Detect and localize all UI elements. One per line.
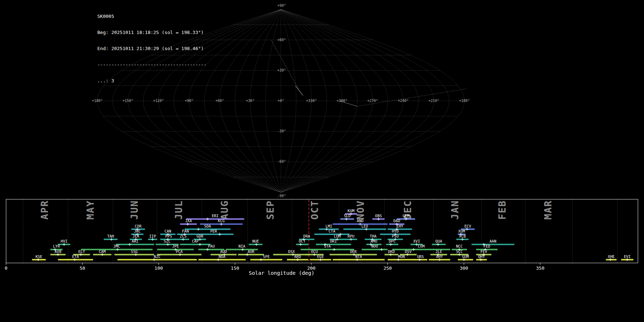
shower-label: QUA: [435, 239, 443, 243]
shower-label: PER: [210, 229, 218, 233]
longitude-label: +120°: [153, 99, 164, 103]
shower-label: LEO: [361, 224, 368, 228]
shower-label: ARI: [132, 239, 138, 243]
month-label: SEP: [265, 200, 276, 220]
shower-label: AUR: [248, 249, 255, 254]
shower-label: OER: [350, 249, 357, 254]
shower-label: CTA: [328, 229, 336, 233]
shower-label: KSE: [35, 254, 42, 259]
shower-peak-marker: [458, 253, 461, 256]
shower-label: COM: [418, 244, 425, 248]
shower-label: DKD: [388, 249, 395, 254]
shower-label: XVI: [413, 239, 420, 243]
shower-bar: [117, 259, 197, 260]
shower-label: NZC: [154, 254, 161, 259]
shower-label: LYR: [53, 244, 60, 248]
shower-peak-marker: [412, 248, 415, 251]
app-window: SK0005 Beg: 20251011 18:18:25 (sol = 198…: [0, 0, 644, 322]
shower-label: SLD: [344, 214, 351, 218]
shower-label: AHY: [436, 254, 443, 259]
shower-label: ERI: [212, 214, 219, 218]
shower-peak-marker: [626, 258, 629, 261]
shower-peak-marker: [179, 253, 181, 256]
shower-label: EVI: [624, 254, 631, 259]
shower-peak-marker: [199, 238, 201, 241]
shower-peak-marker: [218, 233, 221, 236]
longitude-label: +150°: [122, 99, 133, 103]
shower-label: PCA: [176, 249, 183, 254]
shower-bar: [333, 259, 385, 260]
shower-label: DAD: [394, 219, 400, 223]
shower-label: OBS: [375, 214, 382, 218]
shower-peak-marker: [389, 243, 392, 246]
shower-label: FED: [483, 244, 490, 248]
shower-label: COR: [135, 224, 142, 228]
axis-tick-label: 100: [155, 265, 163, 271]
shower-label: LUM: [334, 234, 341, 238]
shower-label: XHE: [608, 254, 615, 259]
shower-peak-marker: [79, 253, 82, 256]
shower-peak-marker: [299, 243, 302, 246]
shower-peak-marker: [436, 243, 439, 246]
month-label: MAR: [542, 200, 553, 220]
month-label: MAY: [85, 200, 96, 220]
meteor-track: [271, 40, 299, 90]
shower-bar: [387, 229, 412, 230]
shower-label: EGE: [317, 254, 324, 259]
shower-label: NDA: [219, 254, 226, 259]
longitude-label: +60°: [215, 99, 224, 103]
shower-label: JLE: [435, 249, 442, 254]
shower-bar: [362, 249, 388, 250]
shower-peak-marker: [63, 243, 65, 246]
latitude-label: +90°: [277, 4, 286, 8]
shower-label: FEV: [480, 249, 488, 254]
shower-peak-marker: [356, 258, 358, 261]
shower-peak-marker: [37, 258, 40, 261]
shower-label: SZC: [164, 239, 171, 243]
shower-peak-marker: [296, 258, 299, 261]
shower-bar: [314, 234, 350, 235]
shower-label: DSX: [288, 249, 295, 254]
shower-bar: [114, 254, 154, 255]
shower-peak-marker: [128, 243, 131, 246]
shower-label: GEM: [402, 214, 409, 218]
longitude-label: +270°: [367, 99, 378, 103]
longitude-label: +90°: [185, 99, 193, 103]
shower-label: PPS: [165, 234, 172, 238]
shower-bar: [273, 254, 309, 255]
shower-peak-marker: [345, 218, 348, 220]
shower-peak-marker: [325, 228, 328, 231]
shower-label: XCB: [459, 234, 466, 238]
meteor-track: [296, 86, 303, 96]
shower-label: TAH: [107, 234, 114, 238]
shower-peak-marker: [73, 258, 76, 261]
shower-peak-marker: [166, 243, 169, 246]
shower-bar: [386, 244, 398, 245]
shower-label: ARD: [294, 254, 301, 259]
shower-peak-marker: [197, 228, 200, 231]
shower-label: SSG: [131, 249, 138, 254]
longitude-label: +180°: [92, 99, 103, 103]
shower-label: JXA: [185, 219, 192, 223]
shower-peak-marker: [350, 238, 352, 241]
shower-label: ETA: [72, 254, 79, 259]
shower-peak-marker: [397, 258, 400, 261]
month-label: JUL: [173, 200, 184, 220]
shower-peak-marker: [365, 228, 368, 231]
shower-label: XUM: [458, 229, 465, 233]
shower-peak-marker: [206, 218, 209, 220]
shower-label: AVB: [55, 249, 62, 254]
shower-label: ECV: [464, 224, 472, 228]
shower-label: OCT: [299, 239, 306, 243]
shower-label: PSU: [392, 234, 399, 238]
shower-peak-marker: [438, 258, 441, 261]
shower-label: NCC: [456, 244, 463, 248]
shower-peak-marker: [246, 253, 249, 256]
month-label: OCT: [309, 200, 320, 220]
longitude-label: +240°: [398, 99, 409, 103]
shower-bar: [387, 259, 415, 260]
shower-peak-marker: [377, 218, 380, 220]
longitude-label: +330°: [306, 99, 317, 103]
shower-bar: [301, 249, 354, 250]
month-label: JUN: [129, 200, 140, 220]
